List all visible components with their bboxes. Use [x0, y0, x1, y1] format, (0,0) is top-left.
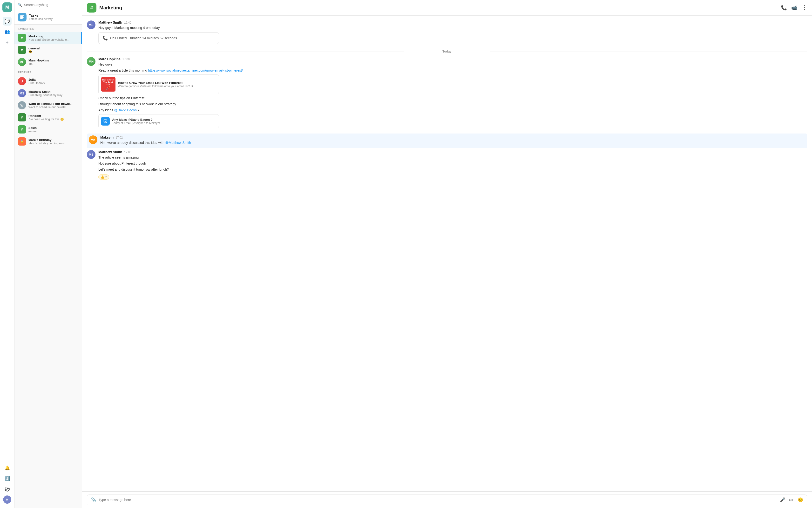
messages-area: MS Matthew Smith 15:40 Hey guys! Marketi… — [82, 16, 812, 492]
sidebar-item-marketing[interactable]: # Marketing New card 'Guide on website o… — [14, 32, 82, 44]
tasks-icon — [18, 13, 27, 22]
reaction-thumbsup[interactable]: 👍 2 — [98, 174, 109, 179]
link-desc: Want to get your Pinterest followers ont… — [118, 85, 197, 88]
gif-icon[interactable]: GIF — [788, 498, 796, 502]
tasks-text: Tasks Latest task activity — [29, 13, 52, 21]
marc-avatar: MH — [18, 58, 26, 66]
contacts-nav-icon[interactable]: 👥 — [3, 28, 11, 36]
paperclip-icon[interactable]: 📎 — [91, 497, 96, 503]
phone-button[interactable]: 📞 — [781, 5, 787, 11]
link-preview-box[interactable]: How to Grow Your Email List 📌 How to Gro… — [98, 75, 219, 94]
msg-time-matthew-1: 15:40 — [124, 21, 131, 24]
birthday-channel-icon: 🔒 — [18, 137, 26, 145]
task-ref-icon — [101, 117, 110, 126]
mention-david-bacon: @David Bacon — [114, 108, 137, 112]
task-ref-box[interactable]: Any ideas @David Bacon ? Today at 17:40 … — [98, 114, 219, 128]
article-link[interactable]: https://www.socialmediaexaminer.com/grow… — [148, 69, 243, 72]
profile-nav-avatar[interactable]: M — [3, 496, 11, 504]
channel-name: Marketing — [99, 5, 122, 11]
sidebar-item-random[interactable]: # Random I've been waiting for this 😀 — [14, 111, 82, 123]
matthew-avatar-msg4: MS — [87, 150, 95, 159]
recents-label: RECENTS — [14, 68, 82, 75]
message-group-marc: MH Marc Hopkins 17:00 Hey guys Read a gr… — [87, 57, 807, 130]
channel-icon-header: # — [87, 3, 96, 12]
marc-avatar-msg: MH — [87, 57, 95, 66]
reaction-count: 2 — [105, 175, 107, 179]
chat-nav-icon[interactable]: 💬 — [3, 17, 11, 26]
message-input-box: 📎 🎤 GIF 🙂 — [87, 495, 807, 505]
icon-rail: M 💬 👥 + 🔔 ⬇️ ⚽ M — [0, 0, 14, 508]
sidebar: 🔍 Tasks Latest task activity FAVORITES #… — [14, 0, 82, 508]
sidebar-item-marcs-birthday[interactable]: 🔒 Marc's birthday Marc's birthday coming… — [14, 135, 82, 147]
matthew-avatar-sidebar: MS — [18, 89, 26, 97]
search-bar: 🔍 — [14, 0, 82, 10]
reaction-emoji: 👍 — [100, 175, 105, 179]
msg-author-matthew-1: Matthew Smith — [98, 20, 122, 24]
maksym-avatar-msg: MK — [89, 135, 97, 144]
sidebar-item-matthew-smith[interactable]: MS Matthew Smith Sure thing, send it my … — [14, 87, 82, 99]
random-channel-icon: # — [18, 113, 26, 122]
favorites-label: FAVORITES — [14, 25, 82, 32]
link-preview-img: How to Grow Your Email List 📌 — [101, 77, 116, 92]
link-title: How to Grow Your Email List With Pintere… — [118, 81, 197, 85]
msg-text-marc-4: I thought about adopting this network in… — [98, 102, 807, 107]
sidebar-item-marc-hopkins[interactable]: MH Marc Hopkins Yep — [14, 56, 82, 68]
call-ended-text: Call Ended. Duration 14 minutes 52 secon… — [110, 36, 178, 40]
msg-text-marc-2: Read a great article this morning https:… — [98, 68, 807, 73]
julia-avatar: J — [18, 77, 26, 85]
sidebar-item-general[interactable]: # general 😎 — [14, 44, 82, 56]
add-nav-icon[interactable]: + — [3, 38, 11, 47]
call-ended-box: 📞 Call Ended. Duration 14 minutes 52 sec… — [98, 32, 219, 44]
help-nav-icon[interactable]: ⚽ — [3, 485, 11, 494]
matthew-avatar-msg1: MS — [87, 20, 95, 29]
msg-text-marc-3: Check out the tips on Pinterest — [98, 96, 807, 101]
task-ref-meta: Today at 17:40 | Assigned to Maksym — [112, 122, 160, 125]
message-input[interactable] — [98, 498, 777, 502]
message-group-matthew-1: MS Matthew Smith 15:40 Hey guys! Marketi… — [87, 20, 807, 46]
mention-matthew-smith: @Matthew Smith — [165, 141, 191, 144]
sidebar-item-sales[interactable]: # Sales emma — [14, 123, 82, 135]
chat-header: # Marketing 📞 📹 ⋮ — [82, 0, 812, 16]
msg-text-maksym: Hm..we've already discussed this idea wi… — [100, 140, 805, 145]
message-group-matthew-2: MS Matthew Smith 17:03 The article seems… — [87, 150, 807, 179]
msg-text-marc-1: Hey guys — [98, 62, 807, 67]
msg-author-maksym: Maksym — [100, 135, 114, 139]
message-group-maksym: MK Maksym 17:02 Hm..we've already discus… — [87, 133, 807, 148]
sales-channel-icon: # — [18, 125, 26, 133]
tasks-item[interactable]: Tasks Latest task activity — [14, 10, 82, 25]
main-chat: # Marketing 📞 📹 ⋮ MS Matthew Smith 15:40… — [82, 0, 812, 508]
msg-text-matthew-1: Hey guys! Marketing meeting 4 pm today — [98, 25, 807, 30]
sidebar-item-julia[interactable]: J Julia Sure, thanks! — [14, 75, 82, 87]
sidebar-item-newsletter[interactable]: W Want to schedule our newsl... Want to … — [14, 99, 82, 111]
today-divider: Today — [87, 50, 807, 53]
user-avatar[interactable]: M — [2, 2, 12, 12]
msg-text-matthew-2b: Not sure about Pinterest though — [98, 161, 807, 166]
video-button[interactable]: 📹 — [791, 5, 797, 11]
search-icon: 🔍 — [18, 3, 22, 7]
msg-text-marc-5: Any ideas @David Bacon ? — [98, 108, 807, 113]
msg-time-marc: 17:00 — [122, 57, 130, 61]
search-input[interactable] — [24, 3, 78, 7]
msg-text-matthew-2a: The article seems amazing — [98, 155, 807, 160]
mic-icon[interactable]: 🎤 — [780, 497, 785, 503]
message-input-area: 📎 🎤 GIF 🙂 — [82, 492, 812, 508]
msg-text-matthew-2c: Let's meet and discuss it tomorrow after… — [98, 167, 807, 172]
msg-author-matthew-2: Matthew Smith — [98, 150, 122, 154]
newsletter-avatar: W — [18, 101, 26, 110]
general-channel-icon: # — [18, 46, 26, 54]
msg-time-maksym: 17:02 — [116, 136, 123, 139]
emoji-icon[interactable]: 🙂 — [798, 497, 803, 503]
bell-nav-icon[interactable]: 🔔 — [3, 464, 11, 472]
msg-author-marc: Marc Hopkins — [98, 57, 121, 61]
download-nav-icon[interactable]: ⬇️ — [3, 474, 11, 483]
marketing-channel-icon: # — [18, 34, 26, 42]
call-ended-icon: 📞 — [103, 35, 108, 41]
task-ref-title: Any ideas @David Bacon ? — [112, 118, 160, 122]
more-options-button[interactable]: ⋮ — [802, 5, 807, 11]
msg-time-matthew-2: 17:03 — [124, 151, 131, 154]
